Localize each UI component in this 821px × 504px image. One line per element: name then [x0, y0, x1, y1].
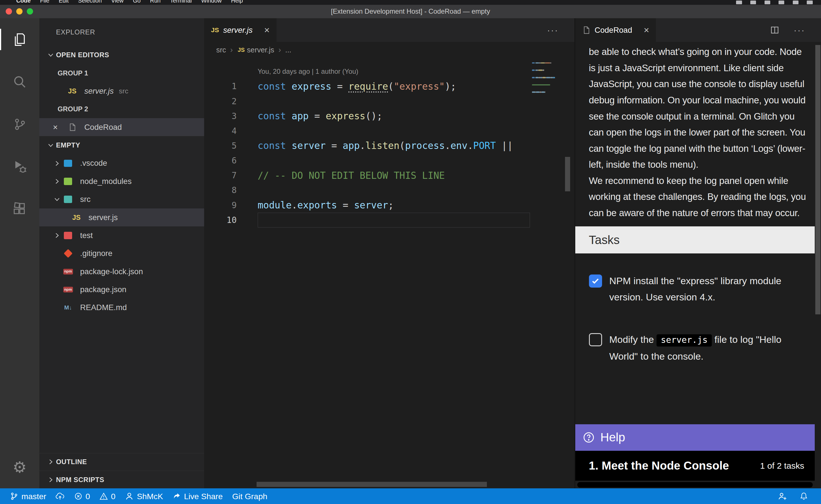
- task-checkbox-checked[interactable]: [589, 274, 602, 288]
- menu-code[interactable]: Code: [11, 0, 35, 5]
- test-folder-icon: [64, 232, 72, 239]
- section-npm-scripts[interactable]: NPM SCRIPTS: [39, 471, 204, 488]
- status-shmck[interactable]: ShMcK: [120, 488, 168, 504]
- codelens-annotation[interactable]: You, 20 days ago | 1 author (You): [258, 67, 574, 78]
- breadcrumb-server-js[interactable]: JSserver.js: [237, 46, 274, 54]
- status-git-graph[interactable]: Git Graph: [228, 488, 272, 504]
- breadcrumb-more[interactable]: ...: [285, 46, 291, 54]
- task-item-1: NPM install the "express" library module…: [589, 273, 803, 305]
- tree-item-gitignore[interactable]: .gitignore: [39, 245, 204, 263]
- task-text: Modify the server.js file to log "Hello …: [609, 331, 802, 364]
- section-outline[interactable]: OUTLINE: [39, 453, 204, 471]
- menu-run[interactable]: Run: [145, 0, 165, 5]
- editor-actions: ···: [547, 18, 574, 42]
- file-name: src: [80, 195, 91, 204]
- code-line-7[interactable]: 7// -- DO NOT EDIT BELOW THIS LINE: [204, 168, 574, 183]
- tree-item-src[interactable]: src: [39, 190, 204, 208]
- status-label: 0: [111, 492, 115, 501]
- activity-run-debug[interactable]: [0, 146, 39, 188]
- minimize-window-button[interactable]: [16, 8, 23, 15]
- tab-coderoad[interactable]: CodeRoad ×: [575, 18, 656, 42]
- activity-extensions[interactable]: [0, 188, 39, 230]
- tree-item-package-json[interactable]: npmpackage.json: [39, 280, 204, 298]
- tree-item-test[interactable]: test: [39, 226, 204, 244]
- menu-go[interactable]: Go: [128, 0, 145, 5]
- status-0[interactable]: 0: [95, 488, 120, 504]
- activity-search[interactable]: [0, 61, 39, 103]
- npm-icon: npm: [63, 269, 73, 274]
- close-tab-icon[interactable]: ×: [644, 25, 649, 36]
- menu-help[interactable]: Help: [226, 0, 248, 5]
- markdown-icon: M↓: [62, 304, 74, 311]
- code-line-8[interactable]: 8: [204, 183, 574, 198]
- help-label: Help: [600, 431, 625, 444]
- menu-view[interactable]: View: [106, 0, 128, 5]
- tab-label: server.js: [223, 26, 253, 35]
- code-line-1[interactable]: 1const express = require("express");: [204, 79, 574, 94]
- coderoad-paragraph: be able to check what’s going on in your…: [589, 44, 806, 173]
- tree-item-package-lock-json[interactable]: npmpackage-lock.json: [39, 263, 204, 280]
- code-line-6[interactable]: 6: [204, 153, 574, 168]
- file-name: README.md: [80, 303, 127, 312]
- panel-scrollbar[interactable]: [815, 42, 821, 489]
- status-0[interactable]: 0: [69, 488, 95, 504]
- status-live-share[interactable]: Live Share: [167, 488, 227, 504]
- status-publish[interactable]: [51, 488, 69, 504]
- chevron-down-icon: [46, 52, 56, 58]
- close-tab-icon[interactable]: ×: [264, 25, 270, 36]
- status-person-add[interactable]: [773, 488, 792, 504]
- menu-edit[interactable]: Edit: [54, 0, 73, 5]
- code-line-2[interactable]: 2: [204, 94, 574, 108]
- tree-item-server-js[interactable]: JSserver.js: [39, 208, 204, 226]
- panel-scrollbar-thumb[interactable]: [815, 45, 820, 314]
- code-line-4[interactable]: 4: [204, 124, 574, 138]
- status-right: [773, 488, 816, 504]
- close-window-button[interactable]: [6, 8, 12, 15]
- next-section-strip: [577, 482, 812, 487]
- inline-code-chip: server.js: [657, 334, 712, 346]
- task-checkbox-unchecked[interactable]: [589, 333, 602, 346]
- minimap[interactable]: [531, 59, 556, 138]
- tab-server-js[interactable]: JS server.js ×: [204, 18, 276, 42]
- menu-terminal[interactable]: Terminal: [165, 0, 196, 5]
- status-bell[interactable]: [795, 488, 812, 504]
- help-button[interactable]: Help: [575, 424, 815, 451]
- menu-selection[interactable]: Selection: [73, 0, 106, 5]
- more-actions-icon[interactable]: ···: [547, 25, 558, 35]
- source-control-icon: [12, 116, 27, 132]
- section-label: OPEN EDITORS: [56, 51, 109, 59]
- close-editor-icon[interactable]: ×: [53, 122, 67, 132]
- file-icon: [582, 26, 590, 34]
- code-line-5[interactable]: 5const server = app.listen(process.env.P…: [204, 138, 574, 153]
- status-label: Git Graph: [232, 492, 267, 501]
- activity-source-control[interactable]: [0, 103, 39, 146]
- chevron-down-icon: [46, 142, 56, 149]
- status-master[interactable]: master: [5, 488, 51, 504]
- code-line-9[interactable]: 9module.exports = server;: [204, 198, 574, 213]
- tree-item-node-modules[interactable]: node_modules: [39, 172, 204, 190]
- code-line-10[interactable]: 10: [204, 213, 574, 228]
- open-editor-server-js[interactable]: JSserver.jssrc: [39, 82, 204, 100]
- zoom-window-button[interactable]: [27, 8, 33, 15]
- breadcrumb-src[interactable]: src: [217, 46, 226, 54]
- lesson-header[interactable]: 1. Meet the Node Console 1 of 2 tasks: [575, 451, 815, 481]
- more-actions-icon[interactable]: ···: [794, 25, 805, 35]
- editor-vertical-scrollbar[interactable]: [565, 157, 570, 191]
- chevron-right-icon: [52, 232, 62, 239]
- menu-window[interactable]: Window: [196, 0, 226, 5]
- tree-item-readme-md[interactable]: M↓README.md: [39, 299, 204, 317]
- line-number: 10: [204, 215, 237, 225]
- tree-item-vscode[interactable]: .vscode: [39, 154, 204, 172]
- editor-horizontal-scrollbar[interactable]: [257, 482, 487, 487]
- activity-settings[interactable]: ⚙: [0, 446, 39, 489]
- workspace-section-header[interactable]: EMPTY: [39, 136, 204, 154]
- split-editor-icon[interactable]: [770, 26, 779, 34]
- code-editor[interactable]: You, 20 days ago | 1 author (You) 1const…: [204, 58, 574, 481]
- menu-file[interactable]: File: [35, 0, 54, 5]
- warning-icon: [99, 492, 108, 500]
- code-line-3[interactable]: 3const app = express();: [204, 109, 574, 124]
- open-editor-coderoad[interactable]: ×CodeRoad: [39, 118, 204, 136]
- line-number: 5: [204, 141, 237, 151]
- activity-explorer[interactable]: [0, 18, 39, 61]
- open-editors-header[interactable]: OPEN EDITORS: [39, 46, 204, 64]
